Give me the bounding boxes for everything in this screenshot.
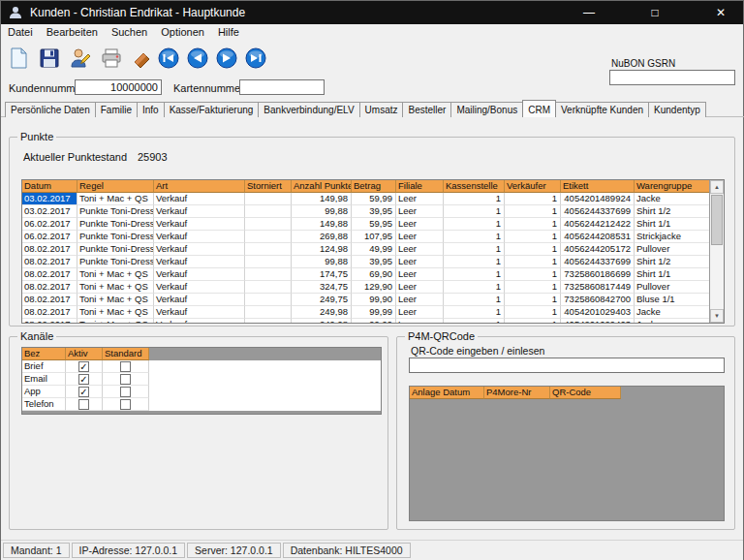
cell[interactable]: 49,99 <box>352 243 396 256</box>
tab-bankverbindung-elv[interactable]: Bankverbindung/ELV <box>258 102 359 117</box>
cell[interactable]: 7325860186699 <box>561 268 635 281</box>
cell[interactable]: 1 <box>444 268 505 281</box>
cell[interactable]: 1 <box>505 281 561 294</box>
table-row[interactable]: 03.02.2017Toni + Mac + QSVerkauf149,9859… <box>22 193 724 205</box>
cell[interactable]: Verkauf <box>154 319 245 324</box>
cell[interactable]: Toni + Mac + QS <box>78 193 154 205</box>
cell[interactable] <box>245 193 292 205</box>
table-row[interactable]: 08.02.2017Punkte Toni-DressVerkauf124,98… <box>22 243 724 256</box>
cell[interactable]: Punkte Toni-Dress <box>78 243 154 256</box>
table-row[interactable]: 06.02.2017Punkte Toni-DressVerkauf149,88… <box>22 218 724 231</box>
standard-checkbox[interactable] <box>120 374 131 385</box>
cell[interactable]: 03.02.2017 <box>22 205 78 218</box>
nav-last-icon[interactable] <box>245 47 266 69</box>
cell[interactable]: 4056244337699 <box>561 205 635 218</box>
cell[interactable]: 1 <box>505 319 561 324</box>
nav-first-icon[interactable] <box>158 47 179 69</box>
column-header-anzahl-punkte[interactable]: Anzahl Punkte <box>292 180 352 193</box>
cell[interactable] <box>245 205 292 218</box>
aktiv-checkbox[interactable] <box>78 399 89 410</box>
cell[interactable]: 1 <box>444 256 505 268</box>
table-row[interactable]: 08.02.2017Toni + Mac + QSVerkauf324,7512… <box>22 281 724 294</box>
cell[interactable]: 249,98 <box>292 306 352 319</box>
column-header-qr-code[interactable]: QR-Code <box>550 387 621 399</box>
scroll-up-icon[interactable]: ▲ <box>710 180 724 194</box>
cell[interactable]: 1 <box>505 193 561 205</box>
cell-bez[interactable]: Telefon <box>22 398 66 411</box>
cell[interactable]: Toni + Mac + QS <box>78 281 154 294</box>
cell[interactable]: 4054201489924 <box>561 193 635 205</box>
column-header-storniert[interactable]: Storniert <box>245 180 292 193</box>
cell[interactable]: 08.02.2017 <box>22 281 78 294</box>
qr-code-input[interactable] <box>409 358 725 373</box>
cell[interactable]: Leer <box>396 193 444 205</box>
tab-kasse-fakturierung[interactable]: Kasse/Fakturierung <box>164 102 260 117</box>
cell[interactable]: Leer <box>396 218 444 231</box>
cell[interactable]: 4056244337699 <box>561 256 635 268</box>
cell[interactable]: 149,98 <box>292 193 352 205</box>
cell[interactable]: 08.02.2017 <box>22 243 78 256</box>
cell[interactable]: Verkauf <box>154 243 245 256</box>
cell[interactable]: 4056244205172 <box>561 243 635 256</box>
cell[interactable]: 99,90 <box>352 294 396 306</box>
cell[interactable]: 1 <box>505 218 561 231</box>
cell[interactable]: Pullover <box>635 281 711 294</box>
cell[interactable]: 1 <box>505 306 561 319</box>
cell[interactable]: 7325860842700 <box>561 294 635 306</box>
cell[interactable] <box>245 294 292 306</box>
cell[interactable]: 1 <box>444 243 505 256</box>
cell[interactable]: Punkte Toni-Dress <box>78 218 154 231</box>
cell[interactable]: Toni + Mac + QS <box>78 268 154 281</box>
cell-bez[interactable]: Email <box>22 373 66 386</box>
cell[interactable]: Verkauf <box>154 231 245 243</box>
standard-checkbox[interactable] <box>120 361 131 372</box>
cell[interactable]: 1 <box>444 231 505 243</box>
cell[interactable]: Leer <box>396 256 444 268</box>
cell[interactable]: Leer <box>396 319 444 324</box>
cell[interactable]: 99,99 <box>352 306 396 319</box>
kartennummer-input[interactable] <box>239 79 325 95</box>
cell[interactable]: 107,95 <box>352 231 396 243</box>
cell[interactable]: Verkauf <box>154 218 245 231</box>
nav-previous-icon[interactable] <box>187 47 208 69</box>
close-button[interactable]: ✕ <box>700 1 741 24</box>
column-header-etikett[interactable]: Etikett <box>561 180 635 193</box>
tab-mailing-bonus[interactable]: Mailing/Bonus <box>450 102 523 117</box>
column-header-datum[interactable]: Datum <box>22 180 78 193</box>
cell-bez[interactable]: App <box>22 386 66 398</box>
cell[interactable]: 08.02.2017 <box>22 294 78 306</box>
table-row[interactable]: App✓ <box>22 386 381 398</box>
cell[interactable]: 1 <box>505 231 561 243</box>
table-row[interactable]: 06.02.2017Punkte Toni-DressVerkauf269,88… <box>22 231 724 243</box>
cell[interactable]: 4054201029403 <box>561 319 635 324</box>
cell[interactable]: 1 <box>444 319 505 324</box>
standard-checkbox[interactable] <box>120 399 131 410</box>
column-header-filiale[interactable]: Filiale <box>396 180 444 193</box>
tab-verknuepfte-kunden[interactable]: Verknüpfte Kunden <box>555 102 649 117</box>
cell[interactable]: 324,75 <box>292 281 352 294</box>
customer-icon[interactable] <box>67 45 94 72</box>
cell[interactable]: Shirt 1/1 <box>635 268 711 281</box>
cell[interactable]: 06.02.2017 <box>22 218 78 231</box>
cell[interactable]: Leer <box>396 205 444 218</box>
cell[interactable]: 269,88 <box>292 231 352 243</box>
cell[interactable]: Bluse 1/1 <box>635 294 711 306</box>
cell-bez[interactable]: Brief <box>22 360 66 373</box>
table-row[interactable]: 08.02.2017Toni + Mac + QSVerkauf249,7599… <box>22 294 724 306</box>
print-icon[interactable] <box>98 45 125 72</box>
table-row[interactable]: Brief✓ <box>22 360 381 373</box>
cell[interactable]: 08.02.2017 <box>22 268 78 281</box>
menu-item-hilfe[interactable]: Hilfe <box>211 24 246 43</box>
cell[interactable]: 08.02.2017 <box>22 306 78 319</box>
cell[interactable]: 4056244208531 <box>561 231 635 243</box>
cell[interactable]: 129,90 <box>352 281 396 294</box>
cell[interactable]: 1 <box>505 256 561 268</box>
column-header-bez[interactable]: Bez <box>22 348 66 360</box>
stamp-icon[interactable] <box>129 45 156 72</box>
menu-item-bearbeiten[interactable]: Bearbeiten <box>40 24 105 43</box>
cell[interactable]: Leer <box>396 268 444 281</box>
cell[interactable]: 1 <box>505 294 561 306</box>
table-row[interactable]: Telefon <box>22 398 381 411</box>
cell[interactable]: Jacke <box>635 319 711 324</box>
cell[interactable] <box>245 268 292 281</box>
